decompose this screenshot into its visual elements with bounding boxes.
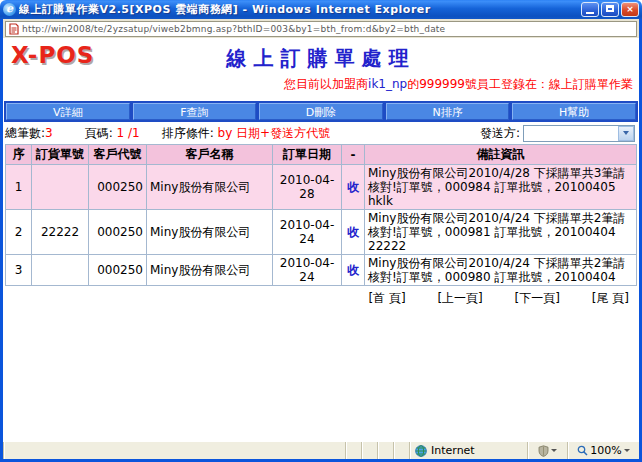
table-row: 1000250Miny股份有限公司2010-04-28收Miny股份有限公司20…	[6, 165, 637, 210]
pagination-prev[interactable]: [上一頁]	[437, 291, 482, 305]
page-icon	[9, 23, 19, 35]
sender-select[interactable]	[523, 125, 635, 142]
internet-zone-label: Internet	[431, 444, 475, 457]
customer-name-cell: Miny股份有限公司	[147, 255, 273, 286]
customer-code-cell: 000250	[89, 210, 147, 255]
table-header-cell: 客戶名稱	[147, 145, 273, 165]
customer-name-cell: Miny股份有限公司	[147, 210, 273, 255]
toolbar-button-sort[interactable]: N排序	[386, 103, 510, 120]
sender-label: 發送方:	[480, 125, 520, 142]
sender-select-button[interactable]	[618, 126, 634, 141]
login-vendor: ik1_np	[368, 77, 407, 91]
order-no-cell	[32, 165, 89, 210]
close-button[interactable]: ×	[621, 2, 639, 17]
toolbar-button-query[interactable]: F查詢	[133, 103, 257, 120]
table-header-row: 序訂貨單號客戶代號客戶名稱訂單日期-備註資訊	[6, 145, 637, 165]
info-bar: 總筆數: 3 頁碼: 1 /1 排序條件: by 日期+發送方代號 發送方:	[3, 122, 639, 142]
order-no-cell: 22222	[32, 210, 89, 255]
login-suffix: 的999999號員工登錄在：線上訂購單作業	[407, 77, 633, 91]
order-date-cell: 2010-04-28	[273, 165, 342, 210]
chevron-down-icon	[624, 449, 630, 452]
receive-link[interactable]: 收	[347, 180, 359, 194]
pagination: [首 頁] [上一頁] [下一頁] [尾 頁]	[3, 286, 639, 307]
order-date-cell: 2010-04-24	[273, 210, 342, 255]
customer-code-cell: 000250	[89, 255, 147, 286]
protected-mode-control[interactable]	[527, 442, 567, 459]
total-value: 3	[45, 126, 53, 140]
page-value: 1 /1	[117, 126, 140, 140]
status-bar: Internet 100%	[3, 441, 639, 459]
address-input[interactable]: http://win2008/te/2yzsatup/viweb2bmng.as…	[5, 21, 637, 37]
title-bar: e 線上訂購單作業V2.5[XPOS 雲端商務網] - Windows Inte…	[0, 0, 642, 19]
receive-link[interactable]: 收	[347, 225, 359, 239]
total-label: 總筆數:	[5, 125, 45, 142]
toolbar: V詳細F查詢D刪除N排序H幫助	[4, 101, 638, 122]
zoom-control[interactable]: 100%	[567, 442, 639, 459]
zoom-level: 100%	[590, 444, 621, 457]
status-message-pane	[3, 442, 345, 459]
order-no-cell	[32, 255, 89, 286]
order-date-cell: 2010-04-24	[273, 255, 342, 286]
remark-line: Miny股份有限公司2010/4/24 下採購單共2筆請核對!訂單號，00098…	[368, 211, 633, 239]
page-title: 線上訂購單處理	[3, 38, 639, 72]
table-row: 222222000250Miny股份有限公司2010-04-24收Miny股份有…	[6, 210, 637, 255]
minimize-button[interactable]	[581, 2, 599, 17]
orders-table: 序訂貨單號客戶代號客戶名稱訂單日期-備註資訊 1000250Miny股份有限公司…	[5, 144, 637, 286]
toolbar-button-help[interactable]: H幫助	[512, 103, 636, 120]
action-cell: 收	[342, 165, 365, 210]
maximize-button[interactable]	[601, 2, 619, 17]
pagination-last[interactable]: [尾 頁]	[592, 291, 629, 305]
remark-line: Miny股份有限公司2010/4/28 下採購單共3筆請核對!訂單號，00098…	[368, 166, 633, 194]
customer-name-cell: Miny股份有限公司	[147, 165, 273, 210]
page-label: 頁碼:	[85, 125, 113, 142]
customer-code-cell: 000250	[89, 165, 147, 210]
chevron-down-icon	[623, 131, 629, 135]
remark-line: Miny股份有限公司2010/4/24 下採購單共2筆請核對!訂單號，00098…	[368, 256, 633, 284]
seq-cell: 2	[6, 210, 32, 255]
receive-link[interactable]: 收	[347, 263, 359, 277]
seq-cell: 1	[6, 165, 32, 210]
toolbar-button-detail[interactable]: V詳細	[6, 103, 130, 120]
action-cell: 收	[342, 255, 365, 286]
remark-cell: Miny股份有限公司2010/4/28 下採購單共3筆請核對!訂單號，00098…	[365, 165, 637, 210]
sort-value: by 日期+發送方代號	[218, 125, 331, 142]
globe-icon	[415, 445, 427, 457]
table-header-cell: 序	[6, 145, 32, 165]
remark-cell: Miny股份有限公司2010/4/24 下採購單共2筆請核對!訂單號，00098…	[365, 210, 637, 255]
pagination-next[interactable]: [下一頁]	[515, 291, 560, 305]
pagination-first[interactable]: [首 頁]	[368, 291, 405, 305]
table-header-cell: 備註資訊	[365, 145, 637, 165]
login-info: 您目前以加盟商ik1_np的999999號員工登錄在：線上訂購單作業	[3, 72, 639, 92]
remark-line: hklk	[368, 194, 633, 208]
window-title: 線上訂購單作業V2.5[XPOS 雲端商務網] - Windows Intern…	[19, 2, 578, 17]
table-header-cell: 訂貨單號	[32, 145, 89, 165]
toolbar-button-delete[interactable]: D刪除	[259, 103, 383, 120]
seq-cell: 3	[6, 255, 32, 286]
login-prefix: 您目前以加盟商	[284, 77, 368, 91]
table-header-cell: -	[342, 145, 365, 165]
remark-cell: Miny股份有限公司2010/4/24 下採購單共2筆請核對!訂單號，00098…	[365, 255, 637, 286]
remark-line: 22222	[368, 239, 633, 253]
table-row: 3000250Miny股份有限公司2010-04-24收Miny股份有限公司20…	[6, 255, 637, 286]
xpos-logo: X-POS	[11, 42, 94, 68]
table-header-cell: 客戶代號	[89, 145, 147, 165]
page-content: X-POS 線上訂購單處理 您目前以加盟商ik1_np的999999號員工登錄在…	[3, 38, 639, 441]
address-bar: http://win2008/te/2yzsatup/viweb2bmng.as…	[3, 19, 639, 38]
magnifier-icon	[577, 445, 588, 456]
action-cell: 收	[342, 210, 365, 255]
security-zone: Internet	[409, 442, 527, 459]
chevron-down-icon	[551, 449, 557, 452]
window-frame: http://win2008/te/2yzsatup/viweb2bmng.as…	[0, 19, 642, 462]
ie-icon: e	[3, 3, 16, 16]
table-header-cell: 訂單日期	[273, 145, 342, 165]
shield-icon	[538, 445, 549, 457]
browser-window: e 線上訂購單作業V2.5[XPOS 雲端商務網] - Windows Inte…	[0, 0, 642, 462]
sort-label: 排序條件:	[162, 125, 214, 142]
address-url: http://win2008/te/2yzsatup/viweb2bmng.as…	[22, 24, 445, 34]
